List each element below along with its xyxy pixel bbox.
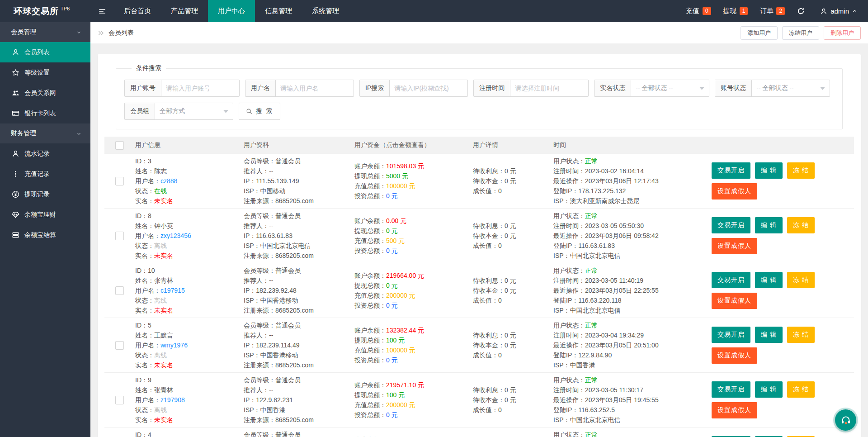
select-value: -- 全部状态 --	[756, 84, 793, 92]
account-balance-value[interactable]: 219664.00 元	[386, 272, 424, 279]
account-balance-value[interactable]: 132382.44 元	[386, 327, 424, 334]
page-action-button[interactable]: 删除用户	[824, 26, 861, 40]
withdraw-total: 提现总额：100 元	[354, 390, 467, 400]
freeze-button[interactable]: 冻 结	[787, 272, 815, 288]
cell-label: 最近操作：	[553, 396, 585, 404]
row-checkbox[interactable]	[115, 177, 124, 185]
sidebar-item[interactable]: 充值记录	[0, 164, 90, 184]
set-fake-user-button[interactable]: 设置成假人	[712, 347, 757, 364]
username-link-value[interactable]: cz888	[160, 177, 177, 185]
sidebar-item[interactable]: 余额宝理财	[0, 204, 90, 225]
recharge-total-value[interactable]: 200000 元	[386, 292, 415, 299]
trade-toggle-button[interactable]: 交易开启	[712, 327, 750, 343]
filter-select[interactable]: -- 全部状态 --	[752, 80, 830, 96]
cell-label: 充值总额：	[354, 347, 386, 354]
freeze-button[interactable]: 冻 结	[787, 162, 815, 179]
account-balance-value[interactable]: 101598.03 元	[386, 162, 424, 170]
invest-total-value[interactable]: 0 元	[386, 302, 398, 309]
filter-input[interactable]	[510, 80, 588, 96]
search-button[interactable]: 搜 索	[239, 103, 280, 120]
cell-label: 注册来源：	[244, 197, 275, 204]
set-fake-user-button[interactable]: 设置成假人	[712, 402, 757, 418]
row-checkbox[interactable]	[115, 232, 124, 240]
set-fake-user-button[interactable]: 设置成假人	[712, 238, 757, 254]
recharge-total-value[interactable]: 200000 元	[386, 401, 415, 408]
filter-select[interactable]: 全部方式	[155, 103, 233, 119]
member-level: 会员等级：普通会员	[244, 266, 349, 276]
filter-select[interactable]: -- 全部状态 --	[631, 80, 709, 96]
sidebar-group-header[interactable]: 会员管理	[0, 22, 90, 42]
set-fake-user-button[interactable]: 设置成假人	[712, 293, 757, 309]
withdraw-total-value[interactable]: 100 元	[386, 337, 405, 344]
edit-button[interactable]: 编 辑	[755, 162, 783, 179]
freeze-button[interactable]: 冻 结	[787, 381, 815, 398]
sidebar-item[interactable]: 会员关系网	[0, 83, 90, 103]
refresh-button[interactable]	[791, 7, 811, 15]
topnav-item[interactable]: 系统管理	[302, 0, 349, 22]
account-balance-value[interactable]: 0.00 元	[386, 217, 406, 224]
topnav-item[interactable]: 信息管理	[255, 0, 302, 22]
filter-input[interactable]	[390, 80, 467, 96]
sidebar-item[interactable]: 等级设置	[0, 62, 90, 83]
online-status-value: 离线	[154, 297, 167, 304]
admin-menu[interactable]: admin	[811, 7, 861, 15]
invest-total-value[interactable]: 0 元	[386, 247, 398, 254]
invest-total-value[interactable]: 0 元	[386, 356, 398, 364]
filter-input[interactable]	[161, 80, 239, 96]
customer-service-button[interactable]	[835, 409, 856, 431]
realname-status: 实名：未实名	[135, 360, 238, 370]
row-checkbox[interactable]	[115, 286, 124, 295]
topbar-stat[interactable]: 订单2	[754, 0, 791, 22]
withdraw-total-value[interactable]: 5000 元	[386, 172, 408, 180]
topnav-item[interactable]: 产品管理	[161, 0, 208, 22]
page-action-button[interactable]: 添加用户	[741, 26, 778, 40]
recharge-total-value[interactable]: 100000 元	[386, 347, 415, 354]
withdraw-total-value[interactable]: 0 元	[386, 227, 398, 234]
set-fake-user-button[interactable]: 设置成假人	[712, 183, 757, 200]
username-link-value[interactable]: z197908	[160, 396, 185, 404]
cell-label: 投资总额：	[354, 247, 386, 254]
select-all-checkbox[interactable]	[115, 141, 124, 150]
app-logo[interactable]: 环球交易所 TP6	[0, 0, 90, 22]
withdraw-total-value[interactable]: 0 元	[386, 282, 398, 289]
withdraw-total-value[interactable]: 100 元	[386, 391, 405, 399]
trade-toggle-button[interactable]: 交易开启	[712, 381, 750, 398]
trade-toggle-button[interactable]: 交易开启	[712, 272, 750, 288]
recharge-total-value[interactable]: 100000 元	[386, 182, 415, 190]
sidebar-item[interactable]: 会员列表	[0, 42, 90, 62]
account-balance-value[interactable]: 219571.10 元	[386, 381, 424, 389]
row-checkbox[interactable]	[115, 396, 124, 404]
sidebar-item[interactable]: 银行卡列表	[0, 103, 90, 124]
cell-label: 实名：	[135, 252, 154, 259]
invest-total-value[interactable]: 0 元	[386, 411, 398, 418]
cell-label: 登陆IP：	[553, 297, 578, 304]
sidebar-item-label: 充值记录	[24, 170, 50, 178]
sidebar-item[interactable]: 余额宝结算	[0, 225, 90, 245]
freeze-button[interactable]: 冻 结	[787, 327, 815, 343]
topnav-item[interactable]: 后台首页	[114, 0, 161, 22]
topbar-stat[interactable]: 提现1	[717, 0, 754, 22]
filter-input[interactable]	[276, 80, 354, 96]
freeze-button[interactable]: 冻 结	[787, 217, 815, 233]
register-ip-value: 182.239.92.48	[256, 287, 297, 294]
invest-total-value[interactable]: 0 元	[386, 192, 398, 200]
topbar-stat[interactable]: 充值0	[680, 0, 717, 22]
row-checkbox[interactable]	[115, 341, 124, 350]
sidebar-group-header[interactable]: 财务管理	[0, 124, 90, 143]
sidebar-item[interactable]: 提现记录	[0, 184, 90, 204]
username-link-value[interactable]: wmy1976	[160, 342, 188, 349]
trade-toggle-button[interactable]: 交易开启	[712, 162, 750, 179]
username-link-value[interactable]: zxy123456	[160, 232, 191, 239]
edit-button[interactable]: 编 辑	[755, 381, 783, 398]
trade-toggle-button[interactable]: 交易开启	[712, 217, 750, 233]
page-action-button[interactable]: 冻结用户	[782, 26, 819, 40]
sidebar-item[interactable]: 流水记录	[0, 143, 90, 164]
topnav-item[interactable]: 用户中心	[208, 0, 255, 22]
edit-button[interactable]: 编 辑	[755, 217, 783, 233]
sidebar-toggle-button[interactable]	[90, 0, 114, 22]
username-link-value[interactable]: c197915	[160, 287, 185, 294]
edit-button[interactable]: 编 辑	[755, 327, 783, 343]
edit-button[interactable]: 编 辑	[755, 272, 783, 288]
pending-principal-value: 0 元	[505, 287, 516, 294]
recharge-total-value[interactable]: 500 元	[386, 237, 405, 244]
